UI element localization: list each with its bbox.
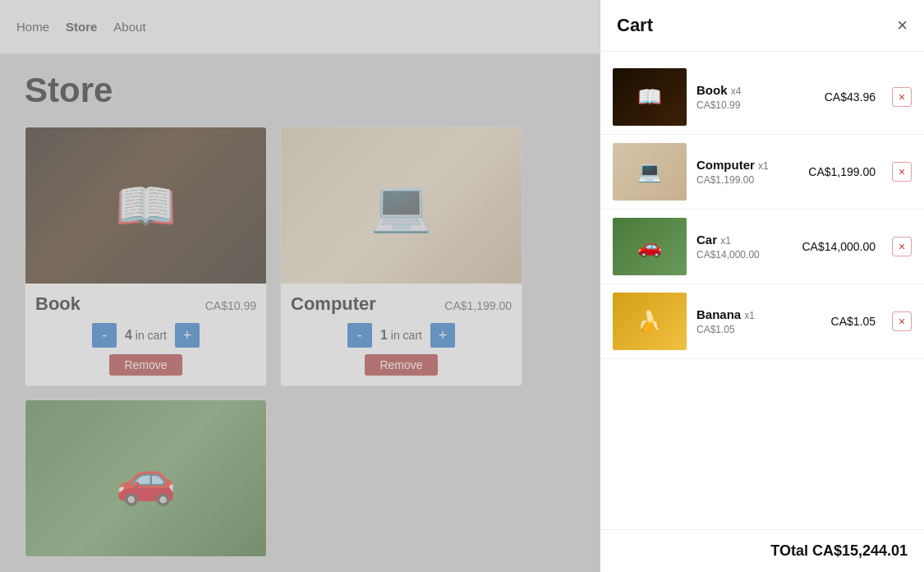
cart-item-car: 🚗 Car x1 CA$14,000.00 CA$14,000.00 × — [600, 210, 924, 284]
cart-computer-remove-button[interactable]: × — [892, 162, 912, 182]
store-title: Store — [25, 71, 575, 110]
cart-close-button[interactable]: × — [897, 16, 908, 35]
computer-minus-button[interactable]: - — [347, 323, 372, 348]
cart-banana-image: 🍌 — [613, 293, 687, 350]
cart-car-total: CA$14,000.00 — [802, 240, 876, 253]
cart-banana-details: Banana x1 CA$1.05 — [696, 307, 821, 335]
cart-book-unit-price: CA$10.99 — [696, 99, 815, 111]
product-grid: 📖 Book CA$10.99 - 4 in cart + Remove 💻 C… — [25, 127, 575, 557]
cart-banana-name: Banana x1 — [696, 307, 821, 322]
cart-computer-image: 💻 — [613, 143, 687, 201]
cart-banana-unit-price: CA$1.05 — [696, 324, 821, 335]
cart-car-remove-button[interactable]: × — [892, 237, 912, 256]
computer-plus-button[interactable]: + — [430, 323, 455, 348]
cart-book-remove-button[interactable]: × — [892, 87, 912, 107]
cart-item-computer: 💻 Computer x1 CA$1,199.00 CA$1,199.00 × — [600, 135, 924, 210]
book-info: Book CA$10.99 - 4 in cart + Remove — [25, 284, 266, 385]
book-qty: 4 in cart — [125, 328, 167, 343]
cart-car-name: Car x1 — [696, 233, 792, 247]
car-image: 🚗 — [25, 400, 266, 556]
nav-home[interactable]: Home — [16, 20, 49, 34]
cart-book-name: Book x4 — [696, 83, 815, 98]
cart-items-list: 📖 Book x4 CA$10.99 CA$43.96 × 💻 Computer… — [600, 52, 924, 529]
computer-header: Computer CA$1,199.00 — [291, 293, 512, 315]
cart-computer-unit-price: CA$1,199.00 — [696, 174, 798, 186]
cart-book-image: 📖 — [613, 68, 687, 126]
computer-image: 💻 — [281, 127, 522, 284]
computer-info: Computer CA$1,199.00 - 1 in cart + Remov… — [281, 284, 522, 385]
computer-qty: 1 in cart — [380, 328, 422, 343]
product-card-book: 📖 Book CA$10.99 - 4 in cart + Remove — [25, 127, 267, 386]
cart-banana-total: CA$1.05 — [831, 315, 876, 328]
nav-about[interactable]: About — [113, 20, 145, 34]
computer-cart-controls: - 1 in cart + — [291, 323, 512, 348]
cart-item-book: 📖 Book x4 CA$10.99 CA$43.96 × — [600, 60, 924, 135]
cart-computer-total: CA$1,199.00 — [808, 165, 876, 178]
nav-store[interactable]: Store — [66, 20, 97, 34]
cart-banana-remove-button[interactable]: × — [892, 311, 912, 331]
cart-computer-details: Computer x1 CA$1,199.00 — [696, 158, 798, 186]
computer-price: CA$1,199.00 — [444, 299, 512, 312]
cart-car-unit-price: CA$14,000.00 — [696, 249, 792, 261]
cart-total: TOtal CA$15,244.01 — [617, 542, 908, 560]
book-plus-button[interactable]: + — [175, 323, 200, 348]
cart-book-total: CA$43.96 — [825, 90, 876, 104]
computer-name: Computer — [291, 293, 376, 315]
cart-title: Cart — [617, 15, 653, 36]
book-minus-button[interactable]: - — [92, 323, 117, 348]
book-cart-controls: - 4 in cart + — [35, 323, 256, 348]
main-content: Store 📖 Book CA$10.99 - 4 in cart + Remo… — [0, 54, 600, 572]
book-image: 📖 — [25, 127, 266, 284]
book-header: Book CA$10.99 — [35, 293, 256, 315]
cart-computer-name: Computer x1 — [696, 158, 798, 173]
cart-car-image: 🚗 — [613, 218, 687, 275]
book-remove-button[interactable]: Remove — [109, 354, 182, 376]
product-card-computer: 💻 Computer CA$1,199.00 - 1 in cart + Rem… — [280, 127, 522, 386]
book-name: Book — [35, 293, 80, 315]
cart-header: Cart × — [600, 0, 924, 52]
computer-remove-button[interactable]: Remove — [365, 354, 437, 376]
cart-panel: Cart × 📖 Book x4 CA$10.99 CA$43.96 × 💻 C… — [600, 0, 924, 572]
cart-book-details: Book x4 CA$10.99 — [696, 83, 815, 111]
book-price: CA$10.99 — [205, 299, 256, 312]
cart-footer: TOtal CA$15,244.01 — [600, 529, 924, 572]
cart-car-details: Car x1 CA$14,000.00 — [696, 233, 792, 261]
product-card-car: 🚗 — [25, 399, 267, 557]
cart-item-banana: 🍌 Banana x1 CA$1.05 CA$1.05 × — [600, 284, 924, 359]
